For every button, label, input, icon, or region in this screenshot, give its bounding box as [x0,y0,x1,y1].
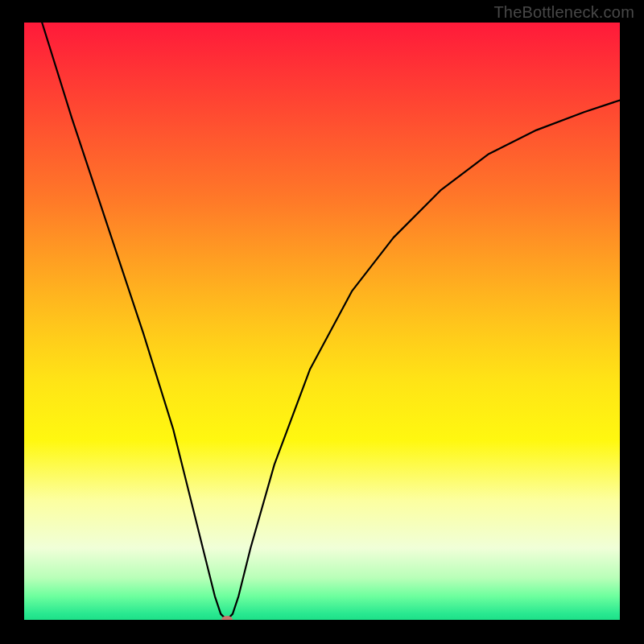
plot-area [24,23,620,620]
bottleneck-curve [24,23,620,620]
chart-container: TheBottleneck.com [0,0,644,644]
watermark-text: TheBottleneck.com [493,3,634,22]
minimum-point-marker [221,616,233,620]
